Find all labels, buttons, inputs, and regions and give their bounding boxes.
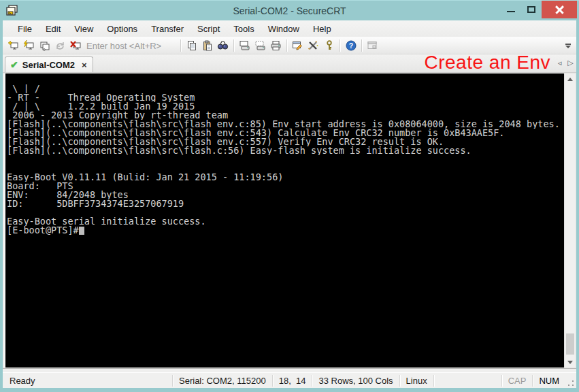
toolbar-separator — [286, 39, 287, 52]
terminal-line: Easy-Boot V0.11.11 (Bulid: Jan 21 2015 -… — [7, 173, 564, 182]
annotation-create-an-env: Create an Env — [425, 52, 551, 74]
menu-options[interactable]: Options — [100, 22, 144, 36]
maximize-button[interactable] — [521, 1, 542, 18]
tab-scroll-left-icon[interactable] — [555, 59, 564, 67]
scrollbar-thumb[interactable] — [566, 333, 574, 355]
menu-view[interactable]: View — [67, 22, 100, 36]
menu-file[interactable]: File — [11, 22, 39, 36]
close-icon — [555, 5, 564, 14]
prompt-text: [E-boot@PTS]# — [7, 226, 79, 235]
toolbar-overflow-button[interactable] — [564, 44, 574, 48]
tab-scroll-right-icon[interactable] — [566, 59, 575, 67]
terminal-line: Board: PTS — [7, 182, 564, 191]
terminal-line: ENV: 84/2048 bytes — [7, 191, 564, 199]
scroll-down-icon — [567, 361, 573, 364]
host-input[interactable] — [86, 39, 173, 52]
terminal-line: \ | / — [7, 84, 564, 93]
copy-icon[interactable] — [184, 38, 199, 53]
menu-transfer[interactable]: Transfer — [144, 22, 191, 36]
find-icon[interactable] — [215, 38, 231, 53]
menu-tools[interactable]: Tools — [227, 22, 261, 36]
toolbar-separator — [180, 39, 181, 52]
resize-grip[interactable] — [566, 379, 575, 388]
vertical-scrollbar[interactable] — [564, 74, 576, 368]
toolbar-overflow-icon — [565, 44, 571, 45]
key-agent-icon[interactable] — [321, 38, 337, 53]
terminal-panel: \ | / - RT - Thread Operating System / |… — [3, 73, 576, 368]
menu-script[interactable]: Script — [191, 22, 227, 36]
status-spacer — [433, 375, 501, 387]
terminal-cursor — [79, 227, 84, 235]
minimize-icon — [507, 11, 515, 12]
quick-connect-icon[interactable] — [21, 38, 37, 53]
minimize-button[interactable] — [501, 1, 521, 18]
maximize-icon — [527, 6, 535, 13]
terminal-line: [Flash](..\components\flash\src\flash_en… — [7, 120, 564, 129]
terminal-line: [Flash](..\components\flash\src\flash.c:… — [7, 146, 564, 155]
statusbar: Ready Serial: COM2, 115200 18, 14 33 Row… — [3, 372, 576, 388]
toolbar-separator — [361, 39, 362, 52]
print-icon[interactable] — [268, 38, 284, 53]
toolbar-separator — [233, 39, 234, 52]
tab-close-icon[interactable] — [82, 60, 87, 70]
status-serial: Serial: COM2, 115200 — [172, 375, 272, 387]
status-num-indicator: NUM — [532, 375, 565, 387]
terminal-line: [Flash](..\components\flash\src\flash_en… — [7, 129, 564, 137]
svg-text:?: ? — [348, 42, 352, 50]
session-manager-icon[interactable] — [365, 38, 380, 53]
scroll-up-icon — [567, 78, 573, 81]
menu-help[interactable]: Help — [306, 22, 338, 36]
menu-edit[interactable]: Edit — [39, 22, 67, 36]
menubar: File Edit View Options Transfer Script T… — [3, 20, 576, 37]
terminal-screen[interactable]: \ | / - RT - Thread Operating System / |… — [5, 74, 564, 368]
terminal-line — [7, 76, 564, 84]
global-options-icon[interactable] — [305, 38, 321, 53]
status-grid-size: 33 Rows, 100 Cols — [312, 375, 399, 387]
terminal-line: Easy-Boot serial initialize success. — [7, 217, 564, 226]
terminal-line — [7, 155, 564, 164]
status-cursor-position: 18, 14 — [272, 375, 312, 387]
connect-in-tab-icon[interactable] — [37, 38, 52, 53]
paste-icon[interactable] — [199, 38, 215, 53]
status-caps-indicator: CAP — [501, 375, 533, 387]
status-emulation: Linux — [399, 375, 433, 387]
toolbar-separator — [340, 39, 340, 52]
terminal-line: [Flash](..\components\flash\src\flash_en… — [7, 137, 564, 146]
print-selection-icon[interactable] — [252, 38, 268, 53]
connected-check-icon — [10, 59, 18, 71]
terminal-prompt-line: [E-boot@PTS]# — [7, 226, 564, 235]
reconnect-icon[interactable] — [52, 38, 68, 53]
close-button[interactable] — [542, 1, 577, 18]
titlebar: Serial-COM2 - SecureCRT — [0, 0, 579, 20]
disconnect-icon[interactable] — [68, 38, 84, 53]
terminal-line: ID: 5DBFF3734374E3257067919 — [7, 199, 564, 208]
terminal-line: / | \ 1.2.2 build Jan 19 2015 — [7, 102, 564, 111]
terminal-line — [7, 164, 564, 173]
tab-serial-com2[interactable]: Serial-COM2 — [5, 56, 93, 72]
tabbar: Serial-COM2 Create an Env — [3, 54, 576, 73]
menu-window[interactable]: Window — [261, 22, 306, 36]
print-screen-icon[interactable] — [237, 38, 252, 53]
status-ready: Ready — [3, 375, 172, 387]
connect-icon[interactable] — [5, 38, 21, 53]
scroll-up-button[interactable] — [565, 74, 576, 84]
help-icon[interactable]: ? — [343, 38, 359, 53]
scroll-down-button[interactable] — [565, 357, 576, 368]
terminal-line: - RT - Thread Operating System — [7, 93, 564, 102]
tab-label: Serial-COM2 — [22, 60, 75, 70]
window-title: Serial-COM2 - SecureCRT — [0, 5, 579, 16]
session-options-icon[interactable] — [290, 38, 305, 53]
terminal-line — [7, 208, 564, 217]
terminal-line: 2006 - 2013 Copyright by rt-thread team — [7, 111, 564, 120]
